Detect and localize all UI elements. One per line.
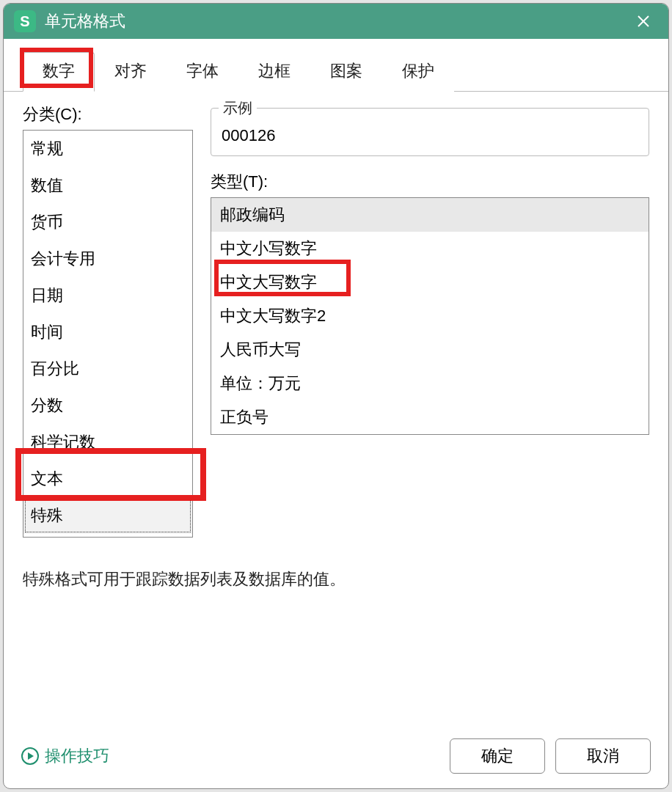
type-listbox[interactable]: 邮政编码中文小写数字中文大写数字中文大写数字2人民币大写单位：万元正负号 <box>211 197 649 435</box>
category-column: 分类(C): 常规数值货币会计专用日期时间百分比分数科学记数文本特殊自定义 <box>23 103 193 538</box>
cell-format-dialog: S 单元格格式 数字对齐字体边框图案保护 分类(C): 常规数值货币会计专用日期… <box>3 3 669 789</box>
tips-label: 操作技巧 <box>45 745 109 767</box>
category-item[interactable]: 常规 <box>23 131 192 167</box>
right-column: 示例 000126 类型(T): 邮政编码中文小写数字中文大写数字中文大写数字2… <box>211 103 649 538</box>
example-label: 示例 <box>219 98 257 118</box>
type-item[interactable]: 中文小写数字 <box>211 232 649 265</box>
type-item[interactable]: 单位：万元 <box>211 367 649 400</box>
close-icon <box>637 15 650 28</box>
tab-4[interactable]: 图案 <box>310 52 382 92</box>
app-icon: S <box>14 10 36 32</box>
category-item[interactable]: 分数 <box>23 387 192 424</box>
tips-link[interactable]: 操作技巧 <box>21 745 109 767</box>
type-item[interactable]: 人民币大写 <box>211 333 649 367</box>
tab-5[interactable]: 保护 <box>382 52 454 92</box>
category-item[interactable]: 文本 <box>23 461 192 497</box>
dialog-title: 单元格格式 <box>45 10 629 32</box>
tab-3[interactable]: 边框 <box>238 52 310 92</box>
cancel-button[interactable]: 取消 <box>555 738 651 774</box>
category-item[interactable]: 百分比 <box>23 351 192 387</box>
tabs: 数字对齐字体边框图案保护 <box>4 52 668 92</box>
tab-0[interactable]: 数字 <box>23 52 95 92</box>
category-item[interactable]: 货币 <box>23 204 192 241</box>
example-value: 000126 <box>222 126 638 145</box>
type-item[interactable]: 中文大写数字2 <box>211 299 649 333</box>
category-item[interactable]: 特殊 <box>23 497 192 534</box>
category-item[interactable]: 时间 <box>23 314 192 351</box>
format-description: 特殊格式可用于跟踪数据列表及数据库的值。 <box>23 568 649 590</box>
play-icon <box>21 747 39 765</box>
type-item[interactable]: 中文大写数字 <box>211 265 649 299</box>
content-area: 分类(C): 常规数值货币会计专用日期时间百分比分数科学记数文本特殊自定义 示例… <box>4 92 668 727</box>
category-item[interactable]: 日期 <box>23 277 192 314</box>
category-item[interactable]: 数值 <box>23 167 192 204</box>
titlebar: S 单元格格式 <box>4 4 668 39</box>
category-listbox[interactable]: 常规数值货币会计专用日期时间百分比分数科学记数文本特殊自定义 <box>23 130 193 538</box>
tab-1[interactable]: 对齐 <box>95 52 167 92</box>
upper-panel: 分类(C): 常规数值货币会计专用日期时间百分比分数科学记数文本特殊自定义 示例… <box>23 103 649 538</box>
example-box: 示例 000126 <box>211 108 649 156</box>
category-item[interactable]: 科学记数 <box>23 424 192 461</box>
type-item[interactable]: 正负号 <box>211 400 649 434</box>
footer: 操作技巧 确定 取消 <box>4 727 668 788</box>
type-item[interactable]: 邮政编码 <box>211 198 649 232</box>
category-item[interactable]: 会计专用 <box>23 241 192 277</box>
close-button[interactable] <box>629 7 658 36</box>
category-item[interactable]: 自定义 <box>23 534 192 538</box>
type-label: 类型(T): <box>211 171 649 193</box>
tab-2[interactable]: 字体 <box>167 52 238 92</box>
ok-button[interactable]: 确定 <box>450 738 545 774</box>
category-label: 分类(C): <box>23 103 193 125</box>
